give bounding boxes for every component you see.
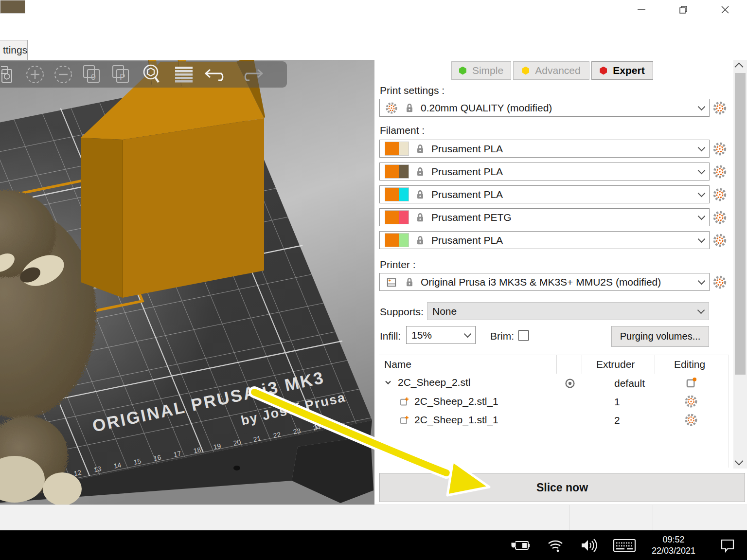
lock-icon (414, 234, 427, 247)
supports-combo[interactable]: None (427, 302, 709, 320)
undo-icon[interactable] (203, 64, 231, 85)
filament-swatch-5 (385, 233, 409, 247)
filament-gear-button-4[interactable] (711, 209, 728, 226)
chevron-down-icon (697, 307, 705, 314)
eye-icon[interactable] (563, 377, 577, 390)
gear-icon (712, 274, 728, 290)
infill-label: Infill: (380, 330, 401, 342)
paste-icon[interactable]: P (110, 64, 132, 85)
mode-expert-button[interactable]: Expert (591, 61, 653, 80)
chevron-down-icon (698, 235, 706, 243)
column-separator (655, 355, 655, 374)
lock-icon (414, 211, 427, 224)
print-settings-gear-button[interactable] (711, 100, 728, 116)
lock-icon (414, 143, 427, 155)
lock-icon (414, 188, 427, 201)
filament-value-5: Prusament PLA (431, 235, 694, 246)
part-name: 2C_Sheep_2.stl_1 (414, 396, 498, 407)
name-column-header[interactable]: Name (384, 359, 411, 370)
extruder-column-header[interactable]: Extruder (596, 359, 635, 370)
part-name: 2C_Sheep_1.stl_1 (414, 414, 498, 426)
infill-value: 15% (411, 329, 460, 341)
action-center-icon[interactable] (719, 538, 736, 553)
filament-swatch-2 (385, 164, 409, 179)
expert-label: Expert (613, 65, 644, 76)
gear-icon (712, 164, 728, 180)
printer-label: Printer : (380, 259, 416, 271)
print-settings-combo[interactable]: 0.20mm QUALITY (modified) (379, 99, 710, 117)
part-settings-gear-icon[interactable] (684, 394, 698, 409)
supports-label: Supports: (380, 306, 424, 318)
close-button[interactable] (714, 0, 736, 19)
infill-combo[interactable]: 15% (406, 326, 476, 344)
scrollbar-thumb[interactable] (735, 73, 746, 375)
taskbar-clock[interactable]: 09:52 22/03/2021 (652, 534, 695, 557)
chevron-down-icon (698, 144, 706, 152)
variable-layer-height-icon[interactable] (171, 64, 196, 85)
add-object-icon[interactable] (1, 64, 18, 85)
extruder-value[interactable]: default (614, 378, 645, 389)
slice-now-button[interactable]: Slice now (379, 473, 745, 502)
brim-label: Brim: (490, 330, 514, 342)
printer-gear-button[interactable] (711, 274, 728, 290)
wifi-icon[interactable] (546, 538, 565, 553)
gear-icon (712, 187, 728, 202)
mode-simple-button[interactable]: Simple (451, 61, 511, 80)
expert-mode-icon (600, 67, 607, 75)
advanced-label: Advanced (535, 65, 580, 76)
filament-gear-button-3[interactable] (711, 186, 728, 203)
filament-swatch-3 (385, 187, 409, 201)
simple-label: Simple (472, 65, 503, 76)
gear-icon (712, 100, 728, 116)
print-settings-value: 0.20mm QUALITY (modified) (421, 102, 694, 114)
tab-settings[interactable]: ttings (0, 40, 28, 60)
windows-taskbar: 09:52 22/03/2021 (0, 530, 747, 560)
printer-value: Original Prusa i3 MK3S & MK3S+ MMU2S (mo… (421, 276, 694, 288)
chevron-down-icon (698, 190, 706, 198)
printer-combo[interactable]: Original Prusa i3 MK3S & MK3S+ MMU2S (mo… (379, 273, 710, 291)
table-row-part[interactable]: 2C_Sheep_1.stl_1 (398, 414, 498, 426)
table-row-object[interactable]: 2C_Sheep_2.stl (382, 377, 470, 388)
part-settings-gear-icon[interactable] (684, 413, 698, 427)
collapse-chevron-icon[interactable] (382, 377, 394, 388)
filament-combo-3[interactable]: Prusament PLA (379, 185, 710, 203)
status-divider (569, 505, 569, 530)
filament-combo-4[interactable]: Prusament PETG (379, 208, 710, 226)
table-row-part[interactable]: 2C_Sheep_2.stl_1 (398, 395, 498, 408)
modified-gear-icon (385, 101, 398, 115)
extruder-value[interactable]: 2 (614, 415, 620, 426)
filament-gear-button-1[interactable] (711, 141, 728, 157)
filament-combo-2[interactable]: Prusament PLA (379, 163, 710, 181)
filament-value-3: Prusament PLA (431, 189, 694, 200)
filament-value-4: Prusament PETG (431, 212, 694, 223)
chevron-down-icon (698, 213, 706, 220)
copy-icon[interactable]: 0 (81, 64, 103, 85)
restore-button[interactable] (672, 0, 694, 19)
touch-keyboard-icon[interactable] (612, 537, 637, 554)
print-settings-label: Print settings : (380, 85, 445, 96)
supports-value: None (432, 306, 694, 317)
edit-object-icon[interactable] (684, 376, 698, 390)
filament-combo-1[interactable]: Prusament PLA (379, 140, 710, 158)
add-instance-icon[interactable] (24, 64, 46, 85)
remove-instance-icon[interactable] (53, 64, 74, 85)
purging-volumes-button[interactable]: Purging volumes... (611, 326, 709, 347)
extruder-swatch (0, 0, 25, 14)
editing-column-header[interactable]: Editing (674, 359, 705, 370)
chevron-down-icon (698, 277, 706, 285)
redo-icon[interactable] (237, 64, 265, 85)
volume-icon[interactable] (579, 538, 598, 553)
minimize-button[interactable] (630, 0, 653, 19)
search-icon[interactable] (139, 63, 164, 86)
filament-gear-button-2[interactable] (711, 163, 728, 180)
status-divider (653, 505, 653, 530)
viewport-toolbar: 0 P (0, 61, 287, 88)
extruder-value[interactable]: 1 (614, 396, 620, 408)
battery-icon[interactable] (510, 538, 532, 553)
filament-combo-5[interactable]: Prusament PLA (379, 231, 710, 249)
filament-value-1: Prusament PLA (431, 143, 694, 155)
brim-checkbox[interactable] (518, 330, 529, 341)
filament-gear-button-5[interactable] (711, 232, 728, 249)
mode-advanced-button[interactable]: Advanced (513, 61, 589, 80)
3d-viewport[interactable]: ORIGINAL PRUSA i3 MK3 by Josef Prusa 910… (0, 60, 374, 505)
